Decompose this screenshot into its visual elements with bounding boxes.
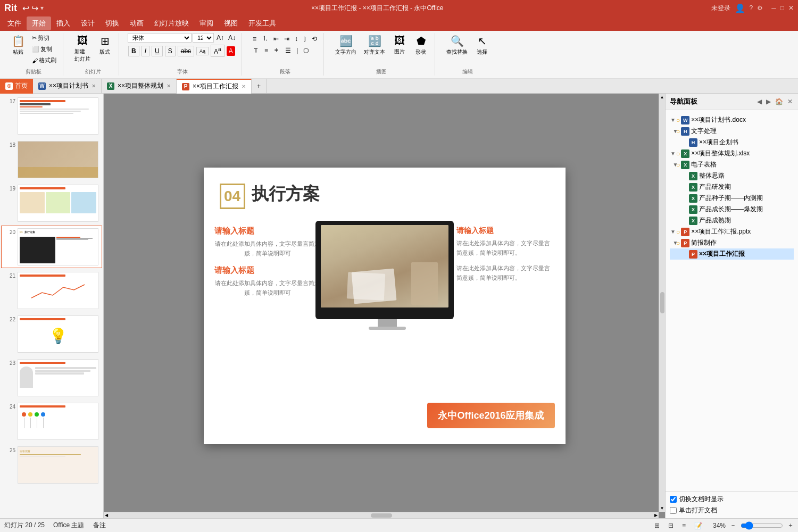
left-text1[interactable]: 请在此处添加具体内容，文字尽量言简意赅，简单说明即可 <box>214 239 321 258</box>
menu-animation[interactable]: 动画 <box>124 16 149 30</box>
menu-home[interactable]: 开始 <box>27 16 51 30</box>
menu-developer[interactable]: 开发工具 <box>243 16 281 30</box>
find-replace-btn[interactable]: 🔍 查找替换 <box>444 33 470 57</box>
align-right[interactable]: ⫩ <box>271 46 282 55</box>
tree-excel-seed[interactable]: X 产品种子期——内测期 <box>670 193 794 204</box>
col-sep[interactable]: | <box>294 46 300 55</box>
right-subtitle[interactable]: 请输入标题 <box>456 226 555 236</box>
login-status[interactable]: 未登录 <box>711 4 730 13</box>
font-name-select[interactable]: 宋体 <box>128 33 192 43</box>
single-open-option[interactable]: 单击打开文档 <box>670 506 794 515</box>
left-subtitle2[interactable]: 请输入标题 <box>214 265 321 276</box>
align-text-btn[interactable]: 🔡 对齐文本 <box>361 33 388 57</box>
nav-ctrl-left[interactable]: ◀ <box>756 97 763 106</box>
slide-panel[interactable]: 17 18 19 <box>0 94 104 518</box>
notes-btn[interactable]: 备注 <box>93 521 106 530</box>
tab-home[interactable]: ① 首页 <box>0 79 33 94</box>
line-spacing-btn[interactable]: ↕ <box>293 34 300 44</box>
tree-ppt-report[interactable]: P ××项目工作汇报 <box>670 248 794 260</box>
indent-inc-btn[interactable]: ⇥ <box>282 34 292 44</box>
slide-item-18[interactable]: 18 <box>1 138 102 181</box>
text-dir-btn[interactable]: ⟲ <box>310 34 319 44</box>
copy-btn[interactable]: ⬜ 复制 <box>30 44 59 54</box>
tab-plan-close[interactable]: ✕ <box>92 83 96 89</box>
tree-excel-growth[interactable]: X 产品成长期——爆发期 <box>670 204 794 215</box>
underline-btn[interactable]: U <box>152 46 163 56</box>
tree-excel-mature[interactable]: X 产品成熟期 <box>670 215 794 226</box>
slide-item-23[interactable]: 23 <box>1 356 102 399</box>
single-open-checkbox[interactable] <box>670 507 677 514</box>
right-text2[interactable]: 请在此处添加具体内容，文字尽量言简意赅，简单说明即可。 <box>456 264 555 282</box>
tab-report[interactable]: P ××项目工作汇报 ✕ <box>177 79 252 94</box>
left-text2[interactable]: 请在此处添加具体内容，文字尽量言简意赅，简单说明即可 <box>214 279 321 297</box>
scroll-left-btn[interactable]: ◀ <box>104 512 109 518</box>
zoom-slider[interactable] <box>741 521 783 530</box>
slide-view-btn[interactable]: ⊟ <box>666 521 676 530</box>
menu-file[interactable]: 文件 <box>2 16 27 30</box>
slide-item-19[interactable]: 19 <box>1 182 102 225</box>
layout-btn[interactable]: ⊞ 版式 <box>95 33 114 57</box>
tab-overview[interactable]: X ××项目整体规划 ✕ <box>102 79 177 94</box>
align-center[interactable]: ≡ <box>262 46 270 55</box>
close-btn[interactable]: ✕ <box>788 4 794 12</box>
scroll-down-btn[interactable]: ▼ <box>659 505 665 512</box>
shape-btn[interactable]: ⬟ 形状 <box>411 33 430 57</box>
redo-icon[interactable]: ↪ <box>31 3 38 13</box>
help-icon[interactable]: ? <box>750 4 753 12</box>
nav-ctrl-home[interactable]: 🏠 <box>774 97 784 106</box>
tree-ppt-brief[interactable]: ▼ ○ P 简报制作 <box>670 237 794 248</box>
normal-view-btn[interactable]: ⊞ <box>652 521 662 530</box>
italic-btn[interactable]: I <box>142 46 149 56</box>
tree-word-doc[interactable]: H ××项目企划书 <box>670 137 794 148</box>
slide-item-21[interactable]: 21 <box>1 269 102 312</box>
tab-report-close[interactable]: ✕ <box>242 84 246 89</box>
h-scroll-thumb[interactable] <box>371 513 392 518</box>
menu-insert[interactable]: 插入 <box>51 16 76 30</box>
right-text1[interactable]: 请在此处添加具体内容，文字尽量言简意赅，简单说明即可。 <box>456 239 555 257</box>
align-left[interactable]: ⫪ <box>251 46 261 55</box>
notes-view-btn[interactable]: 📝 <box>692 521 704 530</box>
undo-icon[interactable]: ↩ <box>22 3 29 13</box>
menu-review[interactable]: 审阅 <box>194 16 219 30</box>
paste-btn[interactable]: 📋 粘贴 <box>9 33 28 57</box>
slide-item-24[interactable]: 24 <box>1 400 102 443</box>
settings-icon[interactable]: ⚙ <box>757 4 763 12</box>
smartart-btn[interactable]: ⬡ <box>301 46 311 55</box>
slide-item-17[interactable]: 17 <box>1 95 102 137</box>
nav-ctrl-right[interactable]: ▶ <box>765 97 772 106</box>
menu-slideshow[interactable]: 幻灯片放映 <box>149 16 194 30</box>
user-icon[interactable]: 👤 <box>735 3 745 13</box>
switch-doc-checkbox[interactable] <box>670 496 677 503</box>
slide-item-20[interactable]: 20 04 执行方案 <box>1 226 102 268</box>
slide-title[interactable]: 执行方案 <box>252 182 320 206</box>
zoom-in-btn[interactable]: ＋ <box>787 521 794 530</box>
picture-btn[interactable]: 🖼 图片 <box>390 33 409 57</box>
menu-transition[interactable]: 切换 <box>100 16 124 30</box>
shadow-btn[interactable]: S <box>165 46 176 56</box>
scroll-thumb[interactable] <box>660 292 664 313</box>
scroll-right-btn[interactable]: ▶ <box>653 512 659 518</box>
minimize-btn[interactable]: ─ <box>771 4 776 12</box>
v-scrollbar[interactable]: ▲ ▼ <box>659 94 665 512</box>
h-scrollbar[interactable]: ◀ ▶ <box>104 512 659 518</box>
font-size-dec[interactable]: A↓ <box>227 34 237 42</box>
menu-view[interactable]: 视图 <box>219 16 243 30</box>
format-painter-btn[interactable]: 🖌 格式刷 <box>30 55 59 65</box>
slide-item-25[interactable]: 25 谢谢观看 <box>1 444 102 486</box>
new-slide-btn[interactable]: 🖼 新建幻灯片 <box>72 33 93 64</box>
char-spacing-btn[interactable]: Aą <box>196 47 209 55</box>
bold-btn[interactable]: B <box>128 46 139 56</box>
superscript-btn[interactable]: Aa <box>211 45 225 57</box>
font-size-inc[interactable]: A↑ <box>215 34 226 42</box>
slide-item-22[interactable]: 22 💡 <box>1 313 102 355</box>
font-size-select[interactable]: 12 <box>193 33 214 43</box>
tree-excel-overview[interactable]: X 整体思路 <box>670 170 794 181</box>
tree-word-file[interactable]: ▼ ○ W ××项目计划书.docx <box>670 114 794 126</box>
menu-design[interactable]: 设计 <box>76 16 100 30</box>
indent-dec-btn[interactable]: ⇤ <box>271 34 281 44</box>
list-btn[interactable]: ≡ <box>251 34 259 44</box>
tab-new[interactable]: + <box>252 79 267 94</box>
tree-excel-rnd[interactable]: X 产品研发期 <box>670 181 794 193</box>
left-subtitle1[interactable]: 请输入标题 <box>214 226 321 236</box>
tab-plan[interactable]: W ××项目计划书 ✕ <box>33 79 102 94</box>
